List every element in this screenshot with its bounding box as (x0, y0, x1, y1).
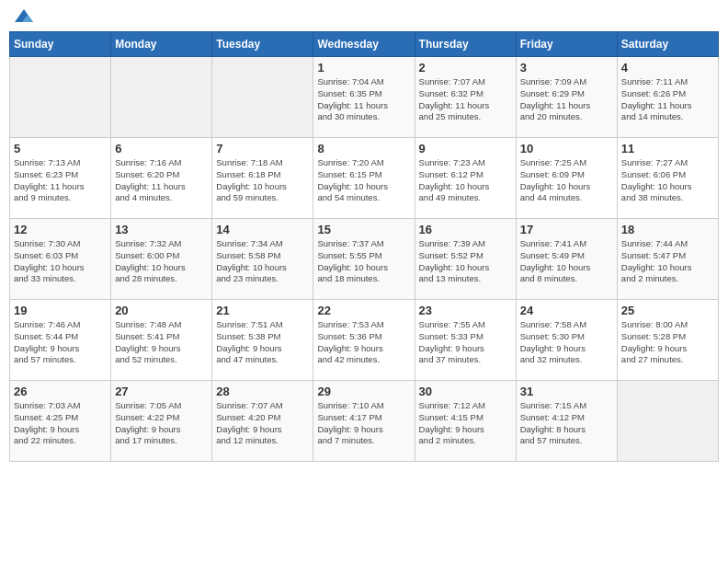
day-number: 10 (520, 142, 613, 155)
day-info: Sunrise: 7:53 AM Sunset: 5:36 PM Dayligh… (317, 319, 410, 366)
day-number: 31 (520, 385, 613, 398)
day-number: 2 (419, 61, 512, 75)
calendar-cell: 28Sunrise: 7:07 AM Sunset: 4:20 PM Dayli… (212, 381, 313, 462)
day-info: Sunrise: 7:30 AM Sunset: 6:03 PM Dayligh… (14, 238, 107, 285)
day-info: Sunrise: 7:58 AM Sunset: 5:30 PM Dayligh… (520, 319, 613, 366)
day-number: 9 (419, 142, 512, 155)
calendar-cell: 24Sunrise: 7:58 AM Sunset: 5:30 PM Dayli… (516, 300, 617, 381)
day-number: 3 (520, 61, 613, 75)
calendar-cell: 17Sunrise: 7:41 AM Sunset: 5:49 PM Dayli… (516, 219, 617, 300)
day-info: Sunrise: 7:48 AM Sunset: 5:41 PM Dayligh… (115, 319, 208, 366)
day-info: Sunrise: 7:11 AM Sunset: 6:26 PM Dayligh… (621, 76, 714, 123)
logo-icon (15, 9, 33, 24)
day-number: 16 (419, 223, 512, 236)
day-info: Sunrise: 7:10 AM Sunset: 4:17 PM Dayligh… (317, 400, 410, 447)
day-info: Sunrise: 7:39 AM Sunset: 5:52 PM Dayligh… (419, 238, 512, 285)
calendar-cell: 3Sunrise: 7:09 AM Sunset: 6:29 PM Daylig… (516, 57, 617, 138)
day-number: 12 (14, 223, 107, 236)
day-info: Sunrise: 7:44 AM Sunset: 5:47 PM Dayligh… (621, 238, 714, 285)
calendar-cell: 26Sunrise: 7:03 AM Sunset: 4:25 PM Dayli… (10, 381, 111, 462)
calendar-table: SundayMondayTuesdayWednesdayThursdayFrid… (9, 31, 719, 462)
weekday-header-monday: Monday (111, 32, 212, 57)
day-info: Sunrise: 7:05 AM Sunset: 4:22 PM Dayligh… (115, 400, 208, 447)
calendar-cell: 27Sunrise: 7:05 AM Sunset: 4:22 PM Dayli… (111, 381, 212, 462)
calendar-cell (111, 57, 212, 138)
weekday-header-friday: Friday (516, 32, 617, 57)
day-info: Sunrise: 8:00 AM Sunset: 5:28 PM Dayligh… (621, 319, 714, 366)
day-number: 6 (115, 142, 208, 155)
day-info: Sunrise: 7:41 AM Sunset: 5:49 PM Dayligh… (520, 238, 613, 285)
day-number: 7 (216, 142, 309, 155)
weekday-header-wednesday: Wednesday (313, 32, 415, 57)
calendar-cell: 15Sunrise: 7:37 AM Sunset: 5:55 PM Dayli… (313, 219, 415, 300)
day-info: Sunrise: 7:13 AM Sunset: 6:23 PM Dayligh… (14, 157, 107, 204)
day-number: 19 (14, 304, 107, 317)
calendar-week-5: 26Sunrise: 7:03 AM Sunset: 4:25 PM Dayli… (10, 381, 719, 462)
day-info: Sunrise: 7:46 AM Sunset: 5:44 PM Dayligh… (14, 319, 107, 366)
day-number: 4 (621, 61, 714, 75)
day-info: Sunrise: 7:12 AM Sunset: 4:15 PM Dayligh… (419, 400, 512, 447)
calendar-cell (212, 57, 313, 138)
day-number: 22 (317, 304, 410, 317)
day-number: 1 (317, 61, 410, 75)
day-number: 24 (520, 304, 613, 317)
calendar-cell: 23Sunrise: 7:55 AM Sunset: 5:33 PM Dayli… (415, 300, 516, 381)
day-number: 8 (317, 142, 410, 155)
calendar-cell: 12Sunrise: 7:30 AM Sunset: 6:03 PM Dayli… (10, 219, 111, 300)
day-number: 11 (621, 142, 714, 155)
day-number: 15 (317, 223, 410, 236)
calendar-cell: 13Sunrise: 7:32 AM Sunset: 6:00 PM Dayli… (111, 219, 212, 300)
day-number: 21 (216, 304, 309, 317)
calendar-week-3: 12Sunrise: 7:30 AM Sunset: 6:03 PM Dayli… (10, 219, 719, 300)
day-number: 23 (419, 304, 512, 317)
weekday-header-thursday: Thursday (415, 32, 516, 57)
day-info: Sunrise: 7:09 AM Sunset: 6:29 PM Dayligh… (520, 76, 613, 123)
day-number: 17 (520, 223, 613, 236)
day-info: Sunrise: 7:16 AM Sunset: 6:20 PM Dayligh… (115, 157, 208, 204)
day-info: Sunrise: 7:04 AM Sunset: 6:35 PM Dayligh… (317, 76, 410, 123)
day-number: 26 (14, 385, 107, 398)
calendar-cell: 16Sunrise: 7:39 AM Sunset: 5:52 PM Dayli… (415, 219, 516, 300)
day-info: Sunrise: 7:07 AM Sunset: 6:32 PM Dayligh… (419, 76, 512, 123)
day-number: 14 (216, 223, 309, 236)
day-info: Sunrise: 7:15 AM Sunset: 4:12 PM Dayligh… (520, 400, 613, 447)
day-info: Sunrise: 7:03 AM Sunset: 4:25 PM Dayligh… (14, 400, 107, 447)
weekday-header-saturday: Saturday (617, 32, 718, 57)
calendar-cell: 7Sunrise: 7:18 AM Sunset: 6:18 PM Daylig… (212, 138, 313, 219)
day-number: 18 (621, 223, 714, 236)
calendar-cell: 11Sunrise: 7:27 AM Sunset: 6:06 PM Dayli… (617, 138, 718, 219)
day-info: Sunrise: 7:18 AM Sunset: 6:18 PM Dayligh… (216, 157, 309, 204)
calendar-cell: 30Sunrise: 7:12 AM Sunset: 4:15 PM Dayli… (415, 381, 516, 462)
day-info: Sunrise: 7:34 AM Sunset: 5:58 PM Dayligh… (216, 238, 309, 285)
day-info: Sunrise: 7:32 AM Sunset: 6:00 PM Dayligh… (115, 238, 208, 285)
calendar-cell: 2Sunrise: 7:07 AM Sunset: 6:32 PM Daylig… (415, 57, 516, 138)
day-info: Sunrise: 7:27 AM Sunset: 6:06 PM Dayligh… (621, 157, 714, 204)
day-number: 5 (14, 142, 107, 155)
calendar-cell: 22Sunrise: 7:53 AM Sunset: 5:36 PM Dayli… (313, 300, 415, 381)
day-info: Sunrise: 7:51 AM Sunset: 5:38 PM Dayligh… (216, 319, 309, 366)
logo (13, 9, 35, 24)
calendar-cell: 20Sunrise: 7:48 AM Sunset: 5:41 PM Dayli… (111, 300, 212, 381)
calendar-cell: 21Sunrise: 7:51 AM Sunset: 5:38 PM Dayli… (212, 300, 313, 381)
calendar-cell: 10Sunrise: 7:25 AM Sunset: 6:09 PM Dayli… (516, 138, 617, 219)
calendar-cell (617, 381, 718, 462)
day-info: Sunrise: 7:23 AM Sunset: 6:12 PM Dayligh… (419, 157, 512, 204)
day-number: 27 (115, 385, 208, 398)
calendar-cell: 25Sunrise: 8:00 AM Sunset: 5:28 PM Dayli… (617, 300, 718, 381)
calendar-cell: 29Sunrise: 7:10 AM Sunset: 4:17 PM Dayli… (313, 381, 415, 462)
weekday-header-sunday: Sunday (10, 32, 111, 57)
day-number: 25 (621, 304, 714, 317)
day-info: Sunrise: 7:55 AM Sunset: 5:33 PM Dayligh… (419, 319, 512, 366)
calendar-cell: 9Sunrise: 7:23 AM Sunset: 6:12 PM Daylig… (415, 138, 516, 219)
weekday-header-tuesday: Tuesday (212, 32, 313, 57)
weekday-header-row: SundayMondayTuesdayWednesdayThursdayFrid… (10, 32, 719, 57)
day-number: 13 (115, 223, 208, 236)
calendar-cell: 1Sunrise: 7:04 AM Sunset: 6:35 PM Daylig… (313, 57, 415, 138)
calendar-cell: 18Sunrise: 7:44 AM Sunset: 5:47 PM Dayli… (617, 219, 718, 300)
calendar-cell: 31Sunrise: 7:15 AM Sunset: 4:12 PM Dayli… (516, 381, 617, 462)
day-number: 29 (317, 385, 410, 398)
calendar-cell: 4Sunrise: 7:11 AM Sunset: 6:26 PM Daylig… (617, 57, 718, 138)
page-header (9, 9, 719, 24)
day-number: 28 (216, 385, 309, 398)
day-info: Sunrise: 7:37 AM Sunset: 5:55 PM Dayligh… (317, 238, 410, 285)
